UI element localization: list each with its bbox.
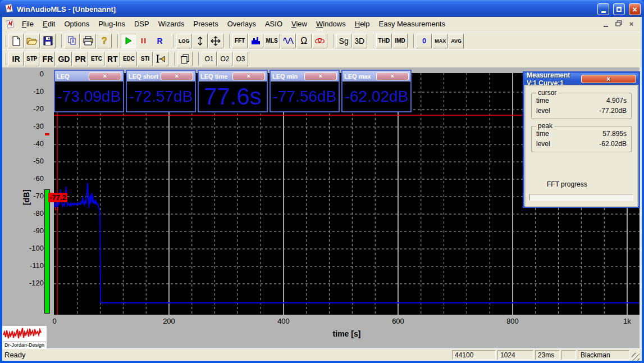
leq-panel-leq-short: LEQ short×-72.57dB	[126, 70, 196, 112]
close-button[interactable]: ×	[629, 3, 641, 15]
menu-options[interactable]: Options	[60, 18, 94, 30]
menu-wizards[interactable]: Wizards	[154, 18, 189, 30]
leq-panel-leq: LEQ×-73.09dB	[54, 70, 124, 112]
mdi-minimize-button[interactable]	[601, 20, 610, 28]
toolbar-grip[interactable]	[4, 35, 6, 47]
leq-panel-titlebar[interactable]: LEQ max×	[342, 71, 410, 81]
print-button[interactable]	[80, 34, 96, 48]
new-button[interactable]	[8, 34, 24, 48]
leq-panel-close-button[interactable]: ×	[161, 72, 194, 80]
thd-button[interactable]: THD	[376, 34, 392, 48]
main-toolbar: ?IIRLOGFFTMLSΩSg3DTHDIMD0MAXAVG	[2, 31, 642, 49]
leq-panel-titlebar[interactable]: LEQ time×	[199, 71, 267, 81]
threed-button[interactable]: 3D	[352, 34, 367, 48]
title-bar[interactable]: WinAudioMLS - [Unbenannt] ×	[0, 0, 644, 17]
ir-button[interactable]: IR	[8, 52, 24, 66]
overlay1-button[interactable]: O1	[202, 52, 217, 66]
leq-panel-titlebar[interactable]: LEQ short×	[127, 71, 195, 81]
menu-file[interactable]: File	[17, 18, 38, 30]
avg-button[interactable]: AVG	[449, 34, 464, 48]
peak-hold-marker	[45, 133, 49, 135]
generator-output-button[interactable]	[153, 52, 168, 66]
signal-generator-button[interactable]: Sg	[336, 34, 351, 48]
leq-panel-close-button[interactable]: ×	[232, 72, 266, 80]
overlay1-button-label: O1	[205, 55, 214, 63]
log-scale-button[interactable]: LOG	[176, 34, 192, 48]
overlay3-button-label: O3	[236, 55, 245, 63]
impedance-button[interactable]: Ω	[296, 34, 312, 48]
menu-view[interactable]: View	[287, 18, 312, 30]
y-tick-label: -80	[4, 209, 44, 218]
menu-plug-ins[interactable]: Plug-Ins	[94, 18, 130, 30]
help-button[interactable]: ?	[97, 34, 112, 48]
fft-button[interactable]: FFT	[232, 34, 248, 48]
polar-button[interactable]	[312, 34, 327, 48]
status-text: Ready	[4, 351, 26, 359]
measurement-panel-titlebar[interactable]: Measurement V:1 Curve:1 ×	[524, 73, 638, 85]
mdi-close-button[interactable]: ×	[627, 20, 636, 28]
cursor-level-label: -77.2	[48, 193, 67, 202]
menu-presets[interactable]: Presets	[189, 18, 223, 30]
leq-panel-close-button[interactable]: ×	[304, 72, 337, 80]
leq-panel-titlebar[interactable]: LEQ×	[55, 71, 123, 81]
leq-panel-value: -73.09dB	[55, 81, 123, 111]
overlay3-button[interactable]: O3	[233, 52, 248, 66]
max-button[interactable]: MAX	[432, 34, 448, 48]
leq-panel-close-button[interactable]: ×	[89, 72, 122, 80]
resize-grip[interactable]	[632, 353, 640, 361]
threed-button-label: 3D	[354, 37, 364, 46]
edc-button[interactable]: EDC	[121, 52, 137, 66]
pr-button[interactable]: PR	[72, 52, 88, 66]
status-bar: Ready 44100102423msBlackman	[2, 348, 642, 361]
sti-button[interactable]: STI	[138, 52, 153, 66]
menu-help[interactable]: Help	[350, 18, 374, 30]
overlay2-button[interactable]: O2	[217, 52, 232, 66]
zero-button[interactable]: 0	[417, 34, 432, 48]
menu-overlays[interactable]: Overlays	[223, 18, 261, 30]
record-button[interactable]: R	[152, 34, 167, 48]
menu-easy-measurements[interactable]: Easy Measurements	[374, 18, 450, 30]
status-field-44100: 44100	[452, 350, 496, 360]
mls-button[interactable]: MLS	[264, 34, 280, 48]
copy-button[interactable]	[65, 34, 80, 48]
save-button[interactable]	[40, 34, 56, 48]
maximize-button[interactable]	[613, 3, 625, 15]
play-button[interactable]	[121, 34, 136, 48]
leq-panel-title: LEQ max	[344, 73, 376, 80]
rt-button[interactable]: RT	[105, 52, 120, 66]
mdi-restore-icon	[615, 20, 622, 28]
menu-asio[interactable]: ASIO	[261, 18, 287, 30]
etc-button[interactable]: ETC	[89, 52, 104, 66]
stp-button[interactable]: STP	[24, 52, 39, 66]
new-window-button[interactable]	[177, 52, 193, 66]
cursor-level-value: -77.20dB	[599, 106, 627, 116]
open-button[interactable]	[24, 34, 40, 48]
spectrum-button[interactable]	[248, 34, 263, 48]
leq-panel-close-button[interactable]: ×	[376, 72, 409, 80]
menu-edit[interactable]: Edit	[38, 18, 60, 30]
oscilloscope-button[interactable]	[281, 34, 296, 48]
y-tick-label: -60	[4, 174, 44, 183]
imd-button[interactable]: IMD	[392, 34, 408, 48]
toolbar-grip[interactable]	[4, 53, 6, 65]
main-toolbar-groups: ?IIRLOGFFTMLSΩSg3DTHDIMD0MAXAVG	[8, 34, 467, 48]
fft-progress-bar	[529, 194, 633, 201]
leq-panel-titlebar[interactable]: LEQ min×	[271, 71, 339, 81]
menu-windows[interactable]: Windows	[312, 18, 350, 30]
toolbar-separator	[229, 34, 230, 48]
fr-button[interactable]: FR	[40, 52, 55, 66]
pan-button[interactable]	[208, 34, 223, 48]
mdi-restore-button[interactable]	[614, 20, 623, 28]
peak-level-value: -62.02dB	[599, 139, 627, 149]
vertical-zoom-button[interactable]	[193, 34, 208, 48]
minimize-button[interactable]	[597, 3, 609, 15]
logo-waveform-icon	[2, 326, 45, 342]
gd-button[interactable]: GD	[56, 52, 72, 66]
menu-dsp[interactable]: DSP	[130, 18, 154, 30]
cursor-time-label: time	[536, 96, 549, 106]
pause-button[interactable]: II	[136, 34, 152, 48]
minimize-icon	[601, 11, 606, 13]
measurement-panel-close-button[interactable]: ×	[581, 75, 637, 83]
app-icon	[4, 3, 14, 15]
window-copy-icon	[180, 54, 190, 63]
